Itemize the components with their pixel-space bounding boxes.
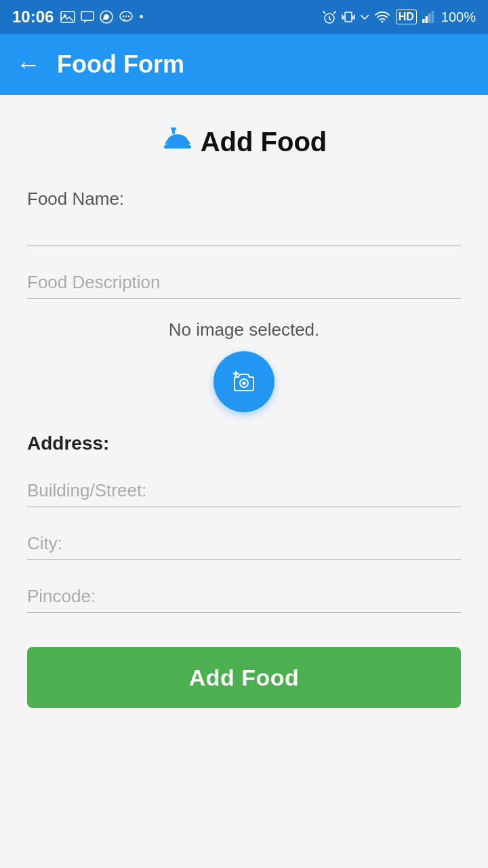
food-name-input[interactable] [27, 214, 461, 246]
food-form: Food Name: No image selected. [27, 189, 461, 708]
svg-rect-9 [345, 12, 352, 22]
svg-rect-12 [425, 16, 428, 23]
svg-rect-16 [164, 145, 191, 149]
pincode-field [27, 580, 461, 613]
food-description-field [27, 267, 461, 299]
food-name-field: Food Name: [27, 189, 461, 246]
page-title: Add Food [201, 127, 327, 157]
dot-indicator: • [139, 10, 143, 24]
svg-point-7 [128, 16, 129, 17]
svg-point-5 [123, 16, 124, 17]
food-description-input[interactable] [27, 267, 461, 299]
city-input[interactable] [27, 528, 461, 560]
vibrate-icon [342, 9, 355, 24]
status-right: HD 100% [323, 9, 476, 25]
alarm-icon [323, 9, 336, 24]
image-icon [60, 11, 75, 23]
hd-badge: HD [396, 9, 417, 24]
whatsapp-icon [100, 10, 113, 24]
building-street-field [27, 475, 461, 507]
app-bar: ← Food Form [0, 34, 488, 95]
page-header: Add Food [161, 122, 327, 161]
status-time: 10:06 [12, 7, 54, 26]
svg-rect-13 [428, 14, 431, 23]
status-bar: 10:06 • HD 100% [0, 0, 488, 34]
signal-icon [422, 11, 436, 23]
svg-point-6 [125, 16, 127, 17]
status-icons: • [60, 10, 143, 24]
svg-rect-14 [431, 11, 434, 23]
wifi-icon [374, 11, 390, 23]
app-bar-title: Food Form [57, 50, 184, 79]
svg-rect-18 [171, 127, 176, 130]
address-label: Address: [27, 433, 109, 454]
back-button[interactable]: ← [16, 50, 41, 79]
svg-rect-15 [165, 141, 190, 145]
chat-icon [119, 10, 134, 24]
food-header-icon [161, 122, 194, 161]
svg-point-22 [243, 382, 246, 385]
add-food-button[interactable]: Add Food [27, 647, 461, 708]
dropdown-icon [361, 14, 369, 20]
svg-rect-11 [422, 19, 425, 23]
svg-rect-2 [81, 12, 94, 20]
pincode-input[interactable] [27, 580, 461, 613]
svg-point-10 [381, 21, 383, 23]
city-field [27, 528, 461, 560]
content-area: Add Food Food Name: No image selected. [0, 95, 488, 868]
battery-percent: 100% [441, 9, 476, 25]
food-name-label: Food Name: [27, 189, 461, 210]
add-photo-button[interactable] [214, 351, 274, 412]
message-icon [81, 11, 94, 23]
no-image-text: No image selected. [169, 319, 320, 340]
address-section: Address: [27, 433, 461, 454]
camera-icon [227, 365, 261, 399]
image-section: No image selected. [27, 319, 461, 412]
building-street-input[interactable] [27, 475, 461, 507]
burger-icon [161, 122, 194, 155]
